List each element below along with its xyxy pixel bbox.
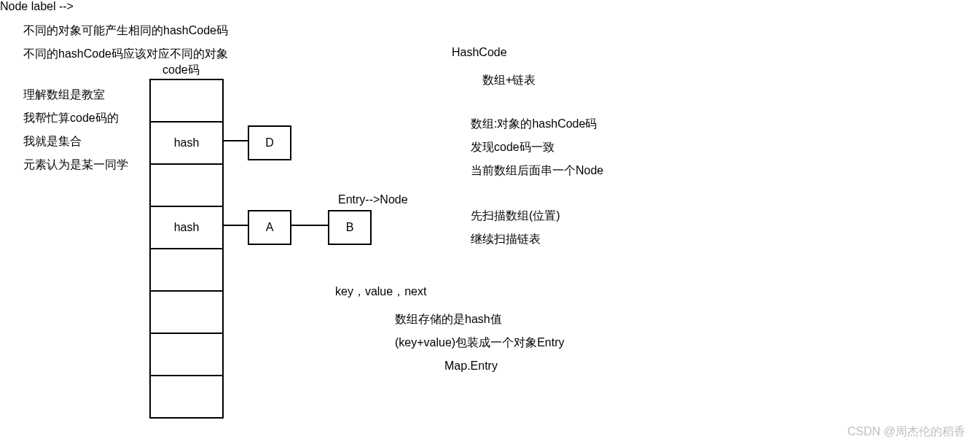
right-r2: 数组:对象的hashCode码: [471, 115, 597, 133]
right-r5: 先扫描数组(位置): [471, 207, 560, 225]
node-d: D: [248, 125, 291, 160]
left-note-4: 元素认为是某一同学: [23, 156, 128, 174]
node-b-label: B: [346, 221, 354, 234]
array-cell-2: [151, 165, 222, 207]
right-title: HashCode: [452, 44, 507, 61]
array-cell-0: [151, 80, 222, 123]
array-cell-6: [151, 334, 222, 376]
center-s1: 数组存储的是hash值: [395, 311, 502, 328]
left-note-2: 我帮忙算code码的: [23, 109, 119, 127]
link-a-to-b: [290, 225, 328, 226]
right-r1: 数组+链表: [482, 71, 536, 89]
node-d-label: D: [265, 136, 274, 149]
node-a-label: A: [266, 221, 274, 234]
left-note-3: 我就是集合: [23, 133, 82, 150]
left-note-1: 理解数组是教室: [23, 86, 105, 104]
watermark: CSDN @周杰伦的稻香: [847, 424, 965, 440]
link-cell1-to-d: [222, 140, 248, 141]
right-r6: 继续扫描链表: [471, 230, 541, 248]
node-a: A: [248, 210, 291, 245]
array-cell-5: [151, 292, 222, 334]
link-cell3-to-a: [222, 225, 248, 226]
array-cell-7: [151, 376, 222, 419]
right-r3: 发现code码一致: [471, 139, 554, 156]
center-s2: (key+value)包装成一个对象Entry: [395, 334, 565, 351]
array-column: hash hash: [149, 79, 224, 419]
array-cell-3: hash: [151, 207, 222, 249]
entry-node-label: Entry-->Node: [338, 191, 408, 209]
node-b: B: [328, 210, 372, 245]
header-line-2: 不同的hashCode码应该对应不同的对象: [23, 45, 228, 63]
kvn-label: key，value，next: [335, 283, 426, 300]
header-line-1: 不同的对象可能产生相同的hashCode码: [23, 22, 228, 39]
center-s3: Map.Entry: [444, 357, 498, 375]
right-r4: 当前数组后面串一个Node: [471, 162, 603, 179]
array-cell-4: [151, 249, 222, 292]
array-label: code码: [162, 61, 200, 79]
array-cell-1: hash: [151, 123, 222, 165]
